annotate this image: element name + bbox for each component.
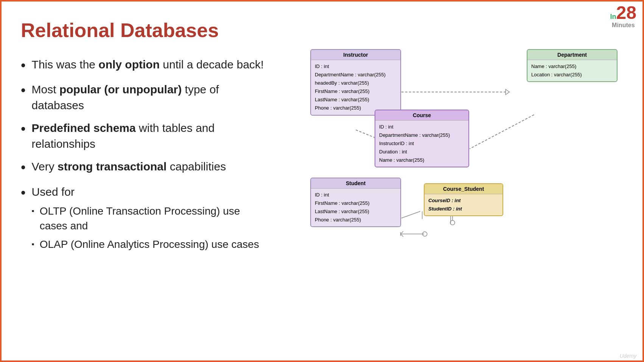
department-header: Department	[527, 50, 617, 60]
sub-bullet-item-1: OLTP (Online Transaction Processing) use…	[32, 204, 267, 233]
sub-bullet-list: OLTP (Online Transaction Processing) use…	[32, 204, 267, 252]
coursestudent-body: CourseID : int StudentID : int	[425, 194, 502, 215]
department-entity: Department Name : varchar(255) Location …	[527, 49, 618, 82]
bullet-5-text: Used for	[32, 186, 75, 198]
department-body: Name : varchar(255) Location : varchar(2…	[527, 60, 617, 81]
coursestudent-field-1: CourseID : int	[428, 196, 499, 205]
svg-line-9	[401, 234, 403, 237]
left-panel: Relational Databases This was the only o…	[0, 0, 288, 362]
student-field-2: FirstName : varchar(255)	[315, 199, 397, 207]
instructor-body: ID : int DepartmentName : varchar(255) h…	[311, 60, 400, 115]
course-body: ID : int DepartmentName : varchar(255) I…	[375, 121, 468, 167]
bullet-3-bold: Predefined schema	[32, 122, 136, 134]
sub-bullet-1-text: OLTP (Online Transaction Processing) use…	[40, 204, 267, 233]
bullet-list: This was the only option until a decade …	[21, 57, 267, 255]
svg-marker-13	[506, 89, 509, 94]
bullet-1-bold: only option	[98, 58, 160, 71]
bullet-item-2: Most popular (or unpopular) type of data…	[21, 82, 267, 113]
svg-line-3	[470, 115, 534, 149]
student-field-1: ID : int	[315, 191, 397, 199]
department-field-2: Location : varchar(255)	[531, 71, 613, 79]
course-header: Course	[375, 110, 468, 121]
student-entity: Student ID : int FirstName : varchar(255…	[310, 178, 401, 227]
bullet-item-1: This was the only option until a decade …	[21, 57, 267, 75]
coursestudent-header: Course_Student	[425, 184, 502, 194]
course-field-4: Duration : int	[379, 148, 465, 156]
bullet-2-bold: popular (or unpopular)	[59, 83, 182, 96]
logo-28-text: 28	[616, 3, 636, 23]
instructor-field-3: headedBy : varchar(255)	[315, 79, 397, 87]
bullet-item-4: Very strong transactional capabilities	[21, 159, 267, 177]
sub-bullet-2-text: OLAP (Online Analytics Processing) use c…	[40, 237, 259, 252]
student-body: ID : int FirstName : varchar(255) LastNa…	[311, 189, 400, 226]
instructor-field-1: ID : int	[315, 62, 397, 71]
instructor-entity: Instructor ID : int DepartmentName : var…	[310, 49, 401, 116]
bullet-item-5: Used for OLTP (Online Transaction Proces…	[21, 184, 267, 256]
course-field-3: InstructorID : int	[379, 139, 465, 148]
course-field-5: Name : varchar(255)	[379, 156, 465, 164]
bullet-4-bold: strong transactional	[58, 160, 166, 173]
coursestudent-entity: Course_Student CourseID : int StudentID …	[424, 183, 503, 216]
logo-in-text: In	[610, 13, 616, 20]
svg-line-4	[401, 211, 420, 218]
svg-line-8	[401, 231, 403, 234]
instructor-field-5: LastName : varchar(255)	[315, 96, 397, 104]
student-field-3: LastName : varchar(255)	[315, 207, 397, 216]
instructor-field-4: FirstName : varchar(255)	[315, 87, 397, 96]
logo-in: In28	[610, 4, 636, 22]
bullet-2-text: Most popular (or unpopular) type of data…	[32, 82, 267, 113]
bullet-4-text: Very strong transactional capabilities	[32, 159, 226, 175]
student-field-4: Phone : varchar(255)	[315, 216, 397, 224]
course-field-2: DepartmentName : varchar(255)	[379, 131, 465, 139]
er-diagram: Instructor ID : int DepartmentName : var…	[295, 11, 636, 351]
bullet-5-container: Used for OLTP (Online Transaction Proces…	[32, 184, 267, 256]
logo: In28 Minutes	[610, 4, 636, 29]
slide-content: Relational Databases This was the only o…	[0, 0, 644, 362]
bullet-3-text: Predefined schema with tables and relati…	[32, 120, 267, 152]
sub-bullet-item-2: OLAP (Online Analytics Processing) use c…	[32, 237, 267, 252]
logo-minutes-text: Minutes	[610, 22, 636, 29]
coursestudent-field-2: StudentID : int	[428, 205, 499, 213]
course-field-1: ID : int	[379, 123, 465, 131]
student-header: Student	[311, 178, 400, 189]
department-field-1: Name : varchar(255)	[531, 62, 613, 71]
watermark: Udemy	[620, 353, 636, 359]
bullet-1-text: This was the only option until a decade …	[32, 57, 264, 73]
slide-title: Relational Databases	[21, 19, 267, 42]
bullet-item-3: Predefined schema with tables and relati…	[21, 120, 267, 152]
right-panel: In28 Minutes	[288, 0, 644, 362]
instructor-field-2: DepartmentName : varchar(255)	[315, 71, 397, 79]
svg-point-14	[450, 220, 455, 225]
course-entity: Course ID : int DepartmentName : varchar…	[375, 110, 469, 167]
instructor-header: Instructor	[311, 50, 400, 60]
